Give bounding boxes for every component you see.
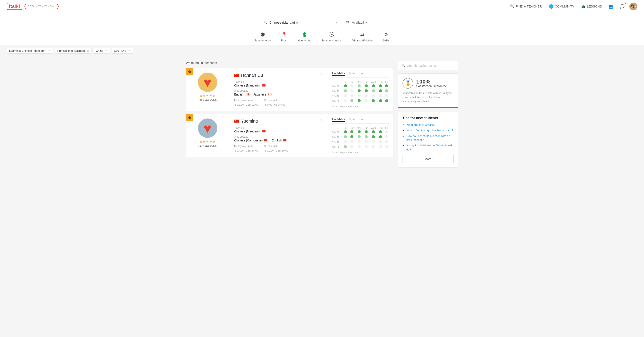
bar-j2 xyxy=(269,93,270,96)
filter-advanced-native[interactable]: ⇄ Advanced/Native xyxy=(352,32,372,42)
tips-list: What are italki Credits? How to find the… xyxy=(402,123,454,152)
nav-lessons[interactable]: 📺 LESSONS xyxy=(581,4,602,8)
bar-3 xyxy=(264,130,265,132)
availability-cell xyxy=(377,130,384,134)
people-icon-btn[interactable]: 👥 xyxy=(607,2,615,10)
hourly-price-block: Hourly rate from $ 22.00 USD 22.00 xyxy=(234,99,258,107)
hourly-price-yueming: $ 14.00 USD 14.00 xyxy=(234,148,258,152)
availability-cell xyxy=(384,89,389,94)
tab-video[interactable]: Video xyxy=(349,72,356,76)
favorite-button[interactable]: ♡ xyxy=(319,72,323,78)
filter-tag-china[interactable]: China ✕ xyxy=(94,48,110,54)
time-slot-label: 18 - 00 xyxy=(332,144,342,150)
bar-3 xyxy=(264,84,265,86)
availability-cell xyxy=(356,140,363,144)
more-button[interactable]: More xyxy=(402,155,454,163)
availability-cell xyxy=(370,144,377,150)
availability-cell xyxy=(348,84,355,89)
messages-icon-btn[interactable]: 💬 xyxy=(618,2,626,10)
bar-4 xyxy=(265,130,266,132)
favorite-button-yueming[interactable]: ♡ xyxy=(319,118,323,124)
hourly-price-block-yueming: Hourly rate from $ 14.00 USD 14.00 xyxy=(234,145,258,152)
bar-c1 xyxy=(264,139,265,142)
filter-from[interactable]: 📍 From xyxy=(281,32,287,42)
filter-teacher-type[interactable]: 🎓 Teacher type xyxy=(254,32,270,42)
tip-link-credits[interactable]: What are italki Credits? xyxy=(406,123,435,126)
filter-professional-label: Professional Teachers xyxy=(57,49,85,52)
bar-ey4 xyxy=(286,139,286,142)
nav-community[interactable]: 🌐 COMMUNITY xyxy=(549,4,574,9)
availability-cell xyxy=(348,130,355,134)
filter-tag-learning[interactable]: Learning: Chinese (Mandarin) ✕ xyxy=(7,48,53,54)
filter-tag-professional[interactable]: Professional Teachers ✕ xyxy=(55,48,92,54)
teacher-card: 🎓 ♥ ★ ★ ★ ★ ★ 3277 LESSONS Yueming ♡ xyxy=(186,114,393,157)
availability-cell xyxy=(356,84,363,89)
remove-china-filter-icon[interactable]: ✕ xyxy=(106,49,108,52)
tip-link-schedule[interactable]: How do I schedule a lesson with an italk… xyxy=(406,134,450,142)
search-teacher-input[interactable] xyxy=(407,64,455,68)
availability-cell xyxy=(356,144,363,150)
filter-teacher-speaks[interactable]: 💬 Teacher speaks xyxy=(322,32,341,42)
availability-cell xyxy=(370,98,377,104)
nav-lessons-label: LESSONS xyxy=(587,5,602,8)
tip-item: It's my first italki lesson! What should… xyxy=(406,144,454,151)
tab-availability-yueming[interactable]: Availability xyxy=(332,118,345,122)
card-center-yueming: Yueming ♡ Teaches Chinese (Mandarin) Als… xyxy=(229,114,328,157)
user-avatar-btn[interactable]: 👩 ▾ xyxy=(630,2,637,10)
filter-tag-price[interactable]: $10 - $43 ✕ xyxy=(112,48,133,54)
availability-cell xyxy=(356,89,363,94)
search-bar-row: 🔍 Chinese (Mandarin) ▼ 📅 Availability xyxy=(0,18,644,27)
tab-intro-yueming[interactable]: Intro xyxy=(360,118,366,122)
active-filters: Learning: Chinese (Mandarin) ✕ Professio… xyxy=(0,46,644,56)
availability-cell xyxy=(363,98,370,104)
search-icon: 🔍 xyxy=(510,4,514,8)
tab-intro[interactable]: Intro xyxy=(360,72,366,76)
remove-professional-filter-icon[interactable]: ✕ xyxy=(87,49,89,52)
remove-price-filter-icon[interactable]: ✕ xyxy=(128,49,130,52)
trial-price-block: 30 min trial $ 8.90 USD 8.90 xyxy=(264,99,285,107)
filter-hourly-rate[interactable]: 💲 Hourly rate xyxy=(298,32,312,42)
tip-link-find-teacher[interactable]: How to find the right teacher on italki? xyxy=(406,129,453,132)
also-speaks-value-yueming: Chinese (Cantonese) English xyxy=(234,139,323,142)
teacher-avatar-yueming[interactable]: ♥ xyxy=(198,118,217,138)
search-icon-sidebar: 🔍 xyxy=(401,64,406,68)
bar-ey1 xyxy=(283,139,284,142)
availability-cell xyxy=(342,134,348,140)
availability-selector[interactable]: 📅 Availability xyxy=(341,18,384,26)
tab-availability[interactable]: Availability xyxy=(332,72,345,76)
availability-cell xyxy=(342,94,348,98)
availability-cell xyxy=(363,89,370,94)
teacher-name-yueming[interactable]: Yueming xyxy=(241,119,258,124)
availability-cell xyxy=(363,84,370,89)
tab-video-yueming[interactable]: Video xyxy=(349,118,356,122)
hourly-rate-label: Hourly rate xyxy=(298,39,312,42)
lang-japanese: Japanese xyxy=(253,93,266,96)
bar-1 xyxy=(262,130,263,132)
beta-button[interactable]: BETA | TRY IT NOW xyxy=(24,4,58,9)
availability-cell xyxy=(342,130,348,134)
filter-skills[interactable]: ⚙ Skills xyxy=(383,32,390,42)
bar-e5 xyxy=(249,93,250,96)
teacher-avatar-hannah[interactable]: ♥ xyxy=(198,72,217,92)
advanced-native-label: Advanced/Native xyxy=(352,39,372,42)
language-selector[interactable]: 🔍 Chinese (Mandarin) ▼ xyxy=(260,18,341,26)
tip-link-first-lesson[interactable]: It's my first italki lesson! What should… xyxy=(406,144,454,151)
remove-learning-filter-icon[interactable]: ✕ xyxy=(48,49,50,52)
main-nav: 🔍 FIND A TEACHER 🌐 COMMUNITY 📺 LESSONS xyxy=(510,4,602,9)
cantonese-bars xyxy=(264,139,268,142)
availability-cell xyxy=(342,144,348,150)
nav-community-label: COMMUNITY xyxy=(555,5,574,8)
thu-header: Thu xyxy=(377,80,384,84)
teacher-name[interactable]: Hannah Liu xyxy=(241,73,263,78)
avatar-heart-icon: ♥ xyxy=(204,75,212,90)
nav-find-teacher[interactable]: 🔍 FIND A TEACHER xyxy=(510,4,542,8)
logo[interactable]: italki xyxy=(7,3,22,10)
results-count: We found 201 teachers xyxy=(186,61,393,64)
sat-header: Sat xyxy=(342,126,348,130)
filter-china-label: China xyxy=(96,49,103,52)
speech-bubble-icon: 💬 xyxy=(328,32,334,38)
availability-cell xyxy=(356,130,363,134)
teaches-label-yueming: Teaches xyxy=(234,126,323,129)
lessons-count: 4660 LESSONS xyxy=(198,98,217,101)
tue-header: Tue xyxy=(363,80,370,84)
